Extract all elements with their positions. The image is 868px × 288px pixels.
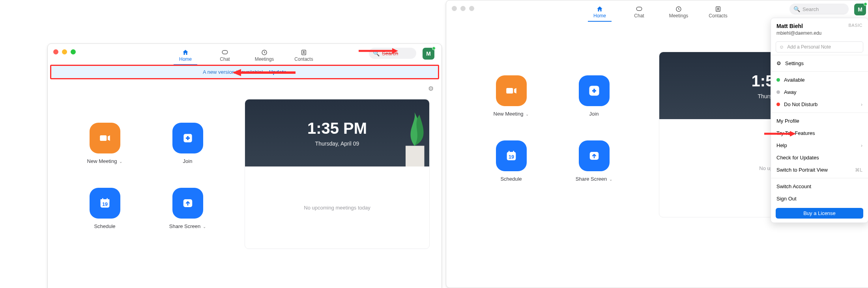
share-icon bbox=[172, 188, 203, 219]
zoom-window-right: Home Chat Meetings Contacts bbox=[446, 0, 868, 288]
menu-my-profile-label: My Profile bbox=[776, 118, 799, 124]
svg-text:19: 19 bbox=[508, 154, 514, 160]
menu-separator bbox=[771, 112, 868, 113]
tile-schedule-label: Schedule bbox=[94, 223, 115, 229]
svg-point-3 bbox=[303, 51, 305, 52]
svg-text:19: 19 bbox=[102, 201, 107, 207]
nav-meetings[interactable]: Meetings bbox=[253, 47, 276, 65]
plan-badge: BASIC bbox=[848, 23, 862, 28]
current-time: 1:35 PM bbox=[307, 120, 367, 137]
svg-rect-14 bbox=[107, 198, 108, 200]
tile-share-label: Share Screen bbox=[169, 223, 201, 229]
tile-new-meeting[interactable]: New Meeting⌄ bbox=[81, 123, 129, 164]
nav-contacts[interactable]: Contacts bbox=[706, 4, 730, 22]
buy-license-label: Buy a License bbox=[803, 210, 836, 216]
menu-try-top-label: Try Top Features bbox=[776, 130, 815, 136]
nav-contacts[interactable]: Contacts bbox=[292, 47, 316, 65]
menu-my-profile[interactable]: My Profile bbox=[771, 115, 868, 127]
nav-chat[interactable]: Chat bbox=[627, 4, 651, 22]
nav-home-label: Home bbox=[179, 56, 192, 62]
status-available[interactable]: Available bbox=[771, 74, 868, 86]
svg-rect-0 bbox=[222, 50, 228, 54]
chat-icon bbox=[221, 49, 228, 56]
clock-icon bbox=[675, 5, 682, 13]
menu-switch-account-label: Switch Account bbox=[776, 183, 811, 189]
upcoming-panel: 1:35 PM Thursday, April 09 No upcoming m… bbox=[245, 99, 441, 288]
nav-home-label: Home bbox=[593, 13, 606, 19]
status-dot-green bbox=[776, 78, 780, 82]
tile-new-meeting-label: New Meeting bbox=[87, 158, 117, 164]
menu-sign-out[interactable]: Sign Out bbox=[771, 193, 868, 205]
plus-icon bbox=[172, 123, 203, 153]
share-icon bbox=[579, 140, 610, 171]
menu-portrait[interactable]: Switch to Portrait View ⌘L bbox=[771, 164, 868, 176]
status-away-label: Away bbox=[784, 89, 797, 95]
contacts-icon bbox=[300, 49, 307, 56]
tile-join[interactable]: Join bbox=[164, 123, 211, 164]
home-icon bbox=[182, 49, 189, 56]
presence-indicator bbox=[864, 2, 867, 6]
avatar-initial: M bbox=[426, 50, 431, 57]
status-dnd[interactable]: Do Not Disturb › bbox=[771, 98, 868, 110]
no-meetings-text: No upcoming meetings today bbox=[304, 205, 370, 211]
search-input[interactable]: 🔍 Search bbox=[789, 4, 849, 15]
nav-home[interactable]: Home bbox=[588, 4, 612, 22]
update-link[interactable]: Update bbox=[269, 69, 286, 75]
plant-illustration bbox=[370, 107, 429, 166]
contacts-icon bbox=[715, 5, 722, 13]
nav-home[interactable]: Home bbox=[174, 47, 197, 65]
presence-indicator bbox=[432, 47, 436, 50]
tile-share-screen[interactable]: Share Screen⌄ bbox=[571, 140, 618, 182]
profile-avatar[interactable]: M bbox=[423, 48, 434, 60]
gear-icon: ⚙ bbox=[776, 60, 781, 66]
profile-avatar[interactable]: M bbox=[854, 4, 866, 15]
tile-new-meeting-label: New Meeting bbox=[494, 111, 524, 117]
svg-point-20 bbox=[718, 8, 719, 9]
menu-portrait-label: Switch to Portrait View bbox=[776, 167, 828, 173]
clock-icon bbox=[261, 49, 268, 56]
menu-try-top[interactable]: Try Top Features bbox=[771, 127, 868, 139]
svg-rect-26 bbox=[513, 151, 514, 153]
menu-settings[interactable]: ⚙ Settings bbox=[771, 57, 868, 69]
chat-icon bbox=[636, 5, 643, 13]
status-away[interactable]: Away bbox=[771, 86, 868, 98]
menu-settings-label: Settings bbox=[785, 60, 804, 66]
nav-meetings[interactable]: Meetings bbox=[667, 4, 690, 22]
tile-share-screen[interactable]: Share Screen⌄ bbox=[164, 188, 211, 229]
svg-rect-21 bbox=[506, 88, 513, 94]
tile-join[interactable]: Join bbox=[571, 75, 618, 117]
svg-rect-13 bbox=[102, 198, 103, 200]
buy-license-button[interactable]: Buy a License bbox=[776, 208, 863, 219]
settings-gear-icon[interactable]: ⚙ bbox=[428, 85, 434, 92]
menu-header: BASIC Matt Biehl mbiehl@daemen.edu bbox=[771, 18, 868, 39]
nav-meetings-label: Meetings bbox=[255, 56, 274, 62]
nav-items: Home Chat Meetings Contacts bbox=[588, 4, 730, 22]
nav-contacts-label: Contacts bbox=[709, 13, 727, 19]
search-input[interactable]: 🔍 Search bbox=[369, 48, 416, 59]
tile-schedule[interactable]: 19 Schedule bbox=[81, 188, 129, 229]
banner-message: A new version is available! bbox=[203, 69, 263, 75]
update-banner-wrap: A new version is available! Update bbox=[51, 65, 438, 79]
menu-switch-account[interactable]: Switch Account bbox=[771, 180, 868, 193]
shortcut-text: ⌘L bbox=[855, 167, 862, 173]
nav-chat[interactable]: Chat bbox=[213, 47, 237, 65]
menu-help[interactable]: Help › bbox=[771, 139, 868, 151]
action-tiles: New Meeting⌄ Join 19 Schedule Share Scre… bbox=[446, 28, 659, 288]
svg-rect-8 bbox=[100, 135, 107, 141]
menu-sign-out-label: Sign Out bbox=[776, 196, 797, 202]
svg-rect-16 bbox=[406, 146, 425, 167]
personal-note-input[interactable]: ☺ Add a Personal Note bbox=[776, 41, 863, 52]
nav-items: Home Chat Meetings Contacts bbox=[174, 47, 316, 65]
nav-meetings-label: Meetings bbox=[669, 13, 688, 19]
status-dot-red bbox=[776, 103, 780, 106]
smiley-icon: ☺ bbox=[779, 44, 784, 50]
menu-help-label: Help bbox=[776, 142, 787, 148]
upcoming-card: 1:35 PM Thursday, April 09 No upcoming m… bbox=[245, 99, 430, 249]
tile-new-meeting[interactable]: New Meeting⌄ bbox=[488, 75, 535, 117]
search-icon: 🔍 bbox=[373, 50, 380, 56]
calendar-icon: 19 bbox=[90, 188, 120, 219]
menu-check-updates[interactable]: Check for Updates bbox=[771, 151, 868, 164]
status-available-label: Available bbox=[784, 77, 805, 83]
search-placeholder: Search bbox=[803, 6, 819, 12]
tile-schedule[interactable]: 19 Schedule bbox=[488, 140, 535, 182]
